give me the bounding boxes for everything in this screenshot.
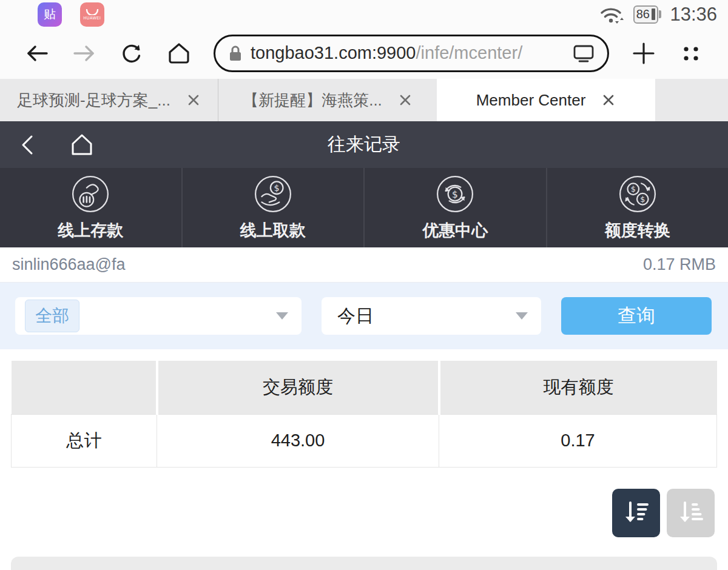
svg-text:$: $ [274,183,279,193]
table-row-total: 总计 443.00 0.17 [12,414,717,467]
sort-ascending-button[interactable] [667,489,715,537]
sort-descending-icon [622,498,651,528]
home-icon [165,39,193,67]
close-icon[interactable] [601,93,616,107]
grid-dots-icon [679,41,703,65]
tieba-glyph: 贴 [44,6,56,22]
date-selected-value: 今日 [337,304,374,329]
action-label: 额度转换 [605,220,670,241]
action-online-withdraw[interactable]: $ 线上取款 [181,168,364,247]
url-path: /infe/mcenter/ [416,43,523,62]
forward-arrow-icon [71,40,98,67]
total-current-amount: 0.17 [439,414,717,467]
back-arrow-icon [24,40,50,67]
svg-text:$: $ [452,189,458,200]
close-icon[interactable] [398,93,413,107]
table-header-row: 交易额度 现有额度 [12,361,717,414]
query-button[interactable]: 查询 [561,297,712,335]
pc-mode-icon[interactable] [572,44,595,63]
total-label: 总计 [12,414,157,467]
total-transaction-amount: 443.00 [157,414,439,467]
svg-text:$: $ [640,195,645,204]
action-online-deposit[interactable]: 线上存款 [0,168,181,247]
wifi-icon [599,4,625,25]
chevron-down-icon [516,312,528,320]
notification-icons: 贴 HUAWEI [38,2,104,27]
status-bar: 贴 HUAWEI 86 13:36 [0,0,728,27]
clock: 13:36 [670,4,717,25]
plus-icon [631,41,656,66]
forward-button[interactable] [61,32,108,75]
page-header: 往来记录 [0,121,728,168]
url-text: tongbao31.com:9900/infe/mcenter/ [251,43,522,63]
tab-bar: 足球预测-足球方案_... 【新提醒】海燕策... Member Center [0,79,728,121]
url-host: tongbao31.com:9900 [251,43,416,62]
header-transaction-amount: 交易额度 [157,361,439,414]
chevron-down-icon [276,312,288,320]
close-icon[interactable] [186,93,201,107]
action-label: 优惠中心 [422,220,488,241]
battery-level: 86 [636,7,650,21]
tab-title: Member Center [476,91,586,110]
battery-icon: 86 [633,5,662,24]
summary-table: 交易额度 现有额度 总计 443.00 0.17 [11,361,717,468]
account-balance: 0.17 RMB [643,255,716,274]
tab-haiyan[interactable]: 【新提醒】海燕策... [218,79,437,121]
svg-text:$: $ [630,184,635,193]
filter-row: 全部 今日 查询 [0,283,728,349]
smile-icon [86,9,99,15]
reload-icon [118,40,145,67]
sort-descending-button[interactable] [612,489,660,537]
battery-tip [659,10,661,18]
deposit-icon [70,174,110,214]
withdraw-icon: $ [253,174,293,214]
menu-button[interactable] [667,32,715,75]
sort-controls [13,489,715,537]
tab-football[interactable]: 足球预测-足球方案_... [0,79,218,121]
action-promo-center[interactable]: $ 优惠中心 [363,168,546,247]
huawei-app-icon: HUAWEI [80,2,104,27]
back-button[interactable] [13,32,61,75]
record-card-header[interactable] [11,557,717,570]
header-current-amount: 现有额度 [439,361,717,414]
url-bar[interactable]: tongbao31.com:9900/infe/mcenter/ [214,35,609,72]
quick-actions: 线上存款 $ 线上取款 $ 优惠中心 $ $ [0,168,728,247]
date-select[interactable]: 今日 [322,297,541,335]
page-title: 往来记录 [0,132,728,157]
type-selected-chip: 全部 [25,300,79,332]
lock-icon [228,44,243,62]
battery-fill [652,8,655,20]
promo-icon: $ [435,174,475,214]
action-label: 线上存款 [58,220,123,241]
transfer-icon: $ $ [618,174,658,214]
account-row: sinlin666aa@fa 0.17 RMB [0,247,728,283]
home-button[interactable] [155,32,203,75]
action-label: 线上取款 [240,220,306,241]
type-select[interactable]: 全部 [15,297,302,335]
huawei-label: HUAWEI [84,16,101,20]
header-empty [12,361,157,414]
browser-toolbar: tongbao31.com:9900/infe/mcenter/ [0,27,728,79]
account-username: sinlin666aa@fa [12,255,126,274]
tab-member-center[interactable]: Member Center [437,79,655,121]
action-quota-transfer[interactable]: $ $ 额度转换 [546,168,728,247]
status-indicators: 86 13:36 [599,4,717,25]
new-tab-button[interactable] [620,32,667,75]
tieba-app-icon: 贴 [38,2,62,27]
reload-button[interactable] [108,32,155,75]
tab-title: 足球预测-足球方案_... [17,90,170,111]
tab-title: 【新提醒】海燕策... [243,90,382,111]
tab-bar-filler [655,79,728,121]
sort-ascending-icon [676,498,706,528]
